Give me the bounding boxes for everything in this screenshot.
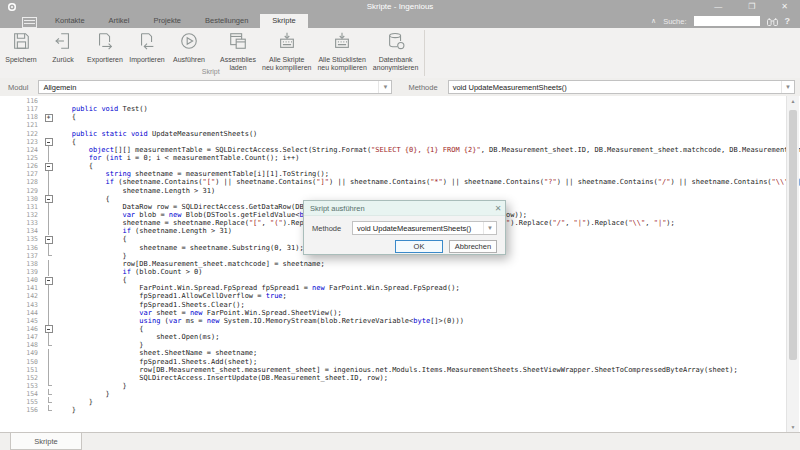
fold-collapse-icon[interactable] bbox=[43, 138, 55, 146]
code-text: { bbox=[55, 276, 786, 284]
main-tabs: KontakteArtikelProjekteBestellungenSkrip… bbox=[43, 14, 308, 28]
cancel-button[interactable]: Abbrechen bbox=[449, 240, 497, 253]
vertical-scrollbar[interactable]: ▲ ▼ bbox=[786, 96, 799, 432]
code-line: 151 row[DB.Measurement_sheet.measurement… bbox=[0, 366, 786, 374]
title-bar: Skripte - Ingenious — ❐ ✕ bbox=[0, 0, 800, 14]
export-icon bbox=[95, 31, 115, 55]
collapse-ribbon-icon[interactable]: ∧ bbox=[651, 14, 656, 28]
ribbon-group-skript: SpeichernZurückExportierenImportierenAus… bbox=[0, 28, 421, 78]
method-combobox[interactable]: void UpdateMeasurementSheets() ▼ bbox=[448, 80, 795, 94]
code-line: 148 } bbox=[0, 341, 786, 349]
code-line: 145 using (var ms = new System.IO.Memory… bbox=[0, 317, 786, 325]
tab-kontakte[interactable]: Kontakte bbox=[43, 14, 97, 28]
fold-margin bbox=[43, 366, 55, 374]
method-value: void UpdateMeasurementSheets() bbox=[449, 83, 781, 92]
save-icon bbox=[11, 31, 31, 55]
code-line: 123 { bbox=[0, 138, 786, 146]
ribbon-button-speichern[interactable]: Speichern bbox=[0, 30, 42, 64]
line-number: 139 bbox=[0, 268, 43, 276]
ribbon-button-label: Speichern bbox=[5, 56, 37, 64]
scroll-up-icon[interactable]: ▲ bbox=[787, 96, 799, 106]
fold-margin bbox=[43, 211, 55, 219]
ribbon-button-label: Exportieren bbox=[87, 56, 123, 64]
ribbon-button-zurück[interactable]: Zurück bbox=[42, 30, 84, 64]
code-line: 142 fpSpread1.AllowCellOverflow = true; bbox=[0, 292, 786, 300]
code-text: for (int i = 0; i < measurementTable.Cou… bbox=[55, 154, 786, 162]
ribbon-button-importieren[interactable]: Importieren bbox=[126, 30, 168, 64]
line-number: 124 bbox=[0, 146, 43, 154]
chevron-down-icon[interactable]: ▼ bbox=[781, 81, 794, 93]
compile-icon bbox=[332, 31, 352, 55]
line-number: 125 bbox=[0, 154, 43, 162]
binoculars-icon[interactable] bbox=[767, 17, 778, 26]
fold-expand-icon[interactable] bbox=[43, 113, 55, 121]
line-number: 136 bbox=[0, 244, 43, 252]
ribbon-button-ausführen[interactable]: Ausführen bbox=[168, 30, 210, 64]
fold-margin bbox=[43, 227, 55, 235]
ribbon-button-exportieren[interactable]: Exportieren bbox=[84, 30, 126, 64]
fold-collapse-icon[interactable] bbox=[43, 325, 55, 333]
bottom-tab-skripte[interactable]: Skripte bbox=[10, 433, 82, 450]
search-input[interactable] bbox=[694, 16, 760, 26]
maximize-button[interactable]: ❐ bbox=[748, 0, 755, 14]
minimize-button[interactable]: — bbox=[714, 0, 722, 14]
chevron-down-icon[interactable]: ▼ bbox=[483, 222, 496, 234]
line-number: 149 bbox=[0, 349, 43, 357]
code-text: row[DB.Measurement_sheet.matchcode] = sh… bbox=[55, 260, 786, 268]
code-text bbox=[55, 97, 786, 105]
code-text: { bbox=[55, 325, 786, 333]
database-icon bbox=[386, 31, 406, 55]
code-text bbox=[55, 121, 786, 129]
fold-margin bbox=[43, 154, 55, 162]
line-number: 123 bbox=[0, 138, 43, 146]
code-text: fpSpread1.Sheets.Clear(); bbox=[55, 301, 786, 309]
ribbon-button-assemblies-laden[interactable]: Assemblies laden bbox=[217, 30, 259, 71]
code-text: sheet.SheetName = sheetname; bbox=[55, 349, 786, 357]
code-text: if (sheetname.Contains("[") || sheetname… bbox=[55, 178, 800, 186]
fold-collapse-icon[interactable] bbox=[43, 235, 55, 243]
code-text: } bbox=[55, 398, 786, 406]
scrollbar-thumb[interactable] bbox=[789, 110, 797, 360]
code-text: { bbox=[55, 162, 786, 170]
code-text: if (blob.Count > 0) bbox=[55, 268, 786, 276]
dialog-method-combobox[interactable]: void UpdateMeasurementSheets() ▼ bbox=[352, 221, 497, 235]
code-line: 121 bbox=[0, 121, 786, 129]
line-number: 137 bbox=[0, 252, 43, 260]
ribbon-button-datenbank-anonymisieren[interactable]: Datenbank anonymisieren bbox=[370, 30, 422, 71]
tab-bestellungen[interactable]: Bestellungen bbox=[193, 14, 260, 28]
tab-artikel[interactable]: Artikel bbox=[97, 14, 142, 28]
line-number: 138 bbox=[0, 260, 43, 268]
code-text: public void Test() bbox=[55, 105, 786, 113]
ribbon-button-alle-stücklisten-neu-kompilieren[interactable]: Alle Stücklisten neu kompilieren bbox=[314, 30, 369, 71]
chevron-down-icon[interactable]: ▼ bbox=[378, 81, 391, 93]
fold-collapse-icon[interactable] bbox=[43, 162, 55, 170]
line-number: 150 bbox=[0, 358, 43, 366]
ok-button[interactable]: OK bbox=[395, 240, 443, 253]
line-number: 148 bbox=[0, 341, 43, 349]
module-combobox[interactable]: Allgemein ▼ bbox=[38, 80, 392, 94]
import-icon bbox=[137, 31, 157, 55]
line-number: 145 bbox=[0, 317, 43, 325]
line-number: 117 bbox=[0, 105, 43, 113]
code-text: } bbox=[55, 382, 786, 390]
ribbon-button-label: Zurück bbox=[52, 56, 73, 64]
dialog-close-icon[interactable]: ✕ bbox=[491, 204, 505, 213]
main-menu-bar: KontakteArtikelProjekteBestellungenSkrip… bbox=[0, 14, 800, 28]
window-title: Skripte - Ingenious bbox=[0, 0, 800, 14]
module-value: Allgemein bbox=[39, 83, 378, 92]
fold-margin bbox=[43, 146, 55, 154]
fold-collapse-icon[interactable] bbox=[43, 195, 55, 203]
close-button[interactable]: ✕ bbox=[781, 0, 788, 14]
tab-skripte[interactable]: Skripte bbox=[260, 14, 307, 28]
tab-projekte[interactable]: Projekte bbox=[141, 14, 193, 28]
bottom-tab-bar: Skripte bbox=[0, 432, 800, 450]
code-line: 128 if (sheetname.Contains("[") || sheet… bbox=[0, 178, 786, 186]
code-editor[interactable]: 116117 public void Test()118 {121122 pub… bbox=[0, 96, 800, 432]
fold-collapse-icon[interactable] bbox=[43, 276, 55, 284]
ribbon-button-alle-skripte-neu-kompilieren[interactable]: Alle Skripte neu kompilieren bbox=[259, 30, 314, 71]
scroll-down-icon[interactable]: ▼ bbox=[787, 422, 799, 432]
menu-grid-icon[interactable] bbox=[22, 17, 37, 28]
code-line: 129 sheetname.Length > 31) bbox=[0, 187, 786, 195]
line-number: 121 bbox=[0, 121, 43, 129]
help-icon[interactable]: ? bbox=[785, 16, 791, 26]
